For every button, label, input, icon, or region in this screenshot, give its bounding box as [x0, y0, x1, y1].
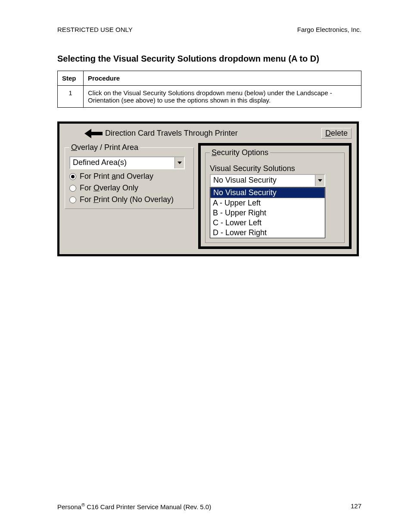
radio-icon [69, 185, 76, 192]
list-item[interactable]: D - Lower Right [210, 228, 325, 238]
security-subtitle: Visual Security Solutions [210, 164, 340, 173]
security-combo-value: No Visual Security [211, 175, 315, 186]
arrow-left-icon [84, 129, 103, 138]
step-number: 1 [58, 86, 84, 108]
radio-overlay-only[interactable]: For Overlay Only [69, 184, 189, 193]
radio-print-and-overlay[interactable]: For Print and Overlay [69, 172, 189, 181]
procedure-table: Step Procedure 1 Click on the Visual Sec… [57, 71, 361, 108]
direction-label: Direction Card Travels Through Printer [105, 129, 238, 138]
security-combo[interactable]: No Visual Security [210, 174, 325, 187]
security-legend: Security Options [210, 148, 270, 157]
chevron-down-icon[interactable] [174, 157, 184, 168]
delete-button[interactable]: Delete [321, 128, 352, 139]
list-item[interactable]: B - Upper Right [210, 208, 325, 218]
delete-rest: elete [331, 129, 348, 137]
list-item[interactable]: C - Lower Left [210, 218, 325, 228]
step-text: Click on the Visual Security Solutions d… [84, 86, 361, 108]
page-number: 127 [351, 502, 361, 510]
table-row: 1 Click on the Visual Security Solutions… [58, 86, 361, 108]
overlay-legend: Overlay / Print Area [69, 143, 140, 152]
security-listbox[interactable]: No Visual Security A - Upper Left B - Up… [210, 187, 325, 238]
footer-left: Persona® C16 Card Printer Service Manual… [57, 502, 211, 510]
radio-icon [69, 173, 76, 180]
section-title: Selecting the Visual Security Solutions … [57, 54, 361, 64]
overlay-group: Overlay / Print Area Defined Area(s) For… [65, 143, 194, 209]
header-right: Fargo Electronics, Inc. [297, 26, 361, 33]
delete-mnemonic: D [325, 129, 331, 137]
header-left: RESTRICTED USE ONLY [57, 26, 133, 33]
security-group: Security Options Visual Security Solutio… [205, 148, 345, 243]
list-item[interactable]: A - Upper Left [210, 198, 325, 208]
chevron-down-icon[interactable] [315, 175, 324, 186]
list-item[interactable]: No Visual Security [210, 187, 325, 198]
security-group-highlight: Security Options Visual Security Solutio… [198, 143, 352, 249]
overlay-combo-value: Defined Area(s) [70, 157, 174, 168]
radio-icon [69, 196, 76, 203]
col-step: Step [58, 71, 84, 86]
overlay-combo[interactable]: Defined Area(s) [69, 156, 185, 169]
col-proc: Procedure [84, 71, 361, 86]
dialog-screenshot: Direction Card Travels Through Printer D… [57, 121, 359, 256]
radio-print-only[interactable]: For Print Only (No Overlay) [69, 195, 189, 204]
